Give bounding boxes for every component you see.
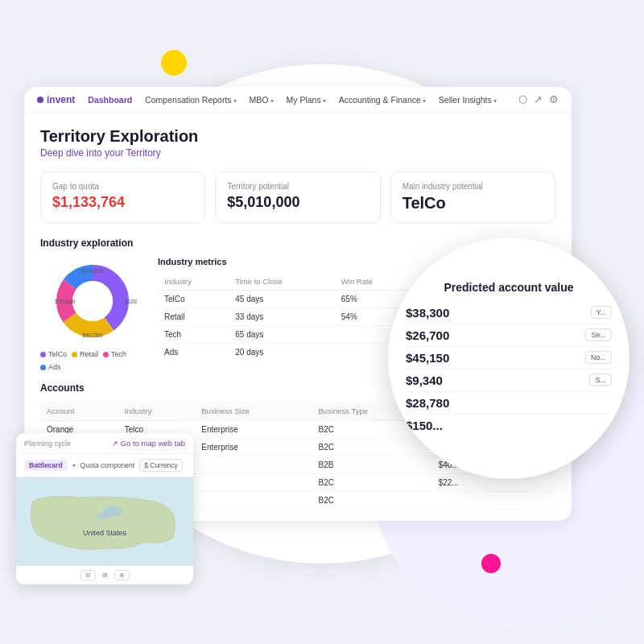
acc-size [195, 492, 312, 510]
metric-industry: Retail [158, 308, 229, 326]
col-winrate: Win Rate [335, 273, 414, 291]
brand-name: invent [47, 94, 75, 105]
nav-compensation[interactable]: Compensation Reports▾ [145, 95, 236, 105]
map-icon: ⊞ [102, 572, 108, 579]
metric-industry: TelCo [158, 291, 229, 308]
acc-type: B2C [312, 474, 432, 492]
svg-text:$80,000: $80,000 [82, 332, 102, 338]
predicted-value: $150... [406, 419, 443, 432]
map-footer: ⊟ ⊞ ⊕ [16, 566, 193, 584]
acc-type: B2C [312, 439, 432, 456]
map-card-header: Planning cycle ↗ Go to map web tab [16, 433, 193, 454]
legend-telco: TelCo [40, 350, 67, 358]
map-body: United States [16, 477, 193, 566]
metric-industry: Ads [158, 344, 229, 361]
planning-cycle-label: Planning cycle [24, 440, 71, 448]
donut-legend: TelCo Retail Tech Ads [40, 350, 145, 371]
kpi-territory-value: $5,010,000 [227, 194, 368, 211]
predicted-row: $28,780 [406, 392, 612, 415]
quota-component-label: Quota component [80, 461, 135, 469]
go-link-text: Go to map web tab [121, 439, 185, 448]
donut-chart: $75,000 $100,000 $80,000 $70,000 [48, 257, 137, 345]
share-icon[interactable]: ⬡ [518, 93, 527, 105]
acc-type: B2B [312, 456, 432, 474]
svg-text:$70,000: $70,000 [55, 299, 75, 304]
predicted-title: Predicted account value [406, 281, 612, 294]
map-card: Planning cycle ↗ Go to map web tab Battl… [16, 433, 193, 584]
predicted-badge: No... [585, 351, 612, 364]
metric-time: 20 days [229, 344, 335, 361]
legend-dot-ads [40, 365, 46, 370]
predicted-value: $28,780 [406, 396, 449, 410]
legend-tech: Tech [103, 350, 126, 358]
predicted-row: $150... [406, 415, 612, 436]
legend-ads: Ads [40, 363, 61, 371]
kpi-gap-to-quota: Gap to quota $1,133,764 [40, 171, 205, 223]
acc-sales [432, 492, 555, 510]
acc-size [195, 474, 312, 492]
predicted-badge: Y... [591, 306, 612, 319]
page-subtitle: Deep dive into your Territory [40, 147, 555, 159]
legend-retail: Retail [72, 350, 98, 358]
page-title: Territory Exploration [40, 127, 555, 146]
map-background: United States [16, 477, 193, 566]
predicted-row: $26,700 Se... [406, 324, 612, 347]
kpi-industry-potential: Main industry potential TelCo [390, 171, 555, 223]
legend-dot-telco [40, 352, 46, 357]
acc-size [195, 456, 312, 474]
kpi-row: Gap to quota $1,133,764 Territory potent… [40, 171, 555, 223]
nav-dashboard[interactable]: Dashboard [88, 95, 132, 105]
export-icon[interactable]: ↗ [534, 93, 543, 105]
predicted-value: $45,150 [406, 351, 449, 365]
metric-industry: Tech [158, 326, 229, 344]
svg-text:$100,000: $100,000 [125, 299, 137, 304]
legend-label-telco: TelCo [48, 350, 67, 358]
metric-time: 45 days [229, 291, 335, 308]
predicted-badge: Se... [585, 328, 612, 341]
currency-select[interactable]: $ Currency [139, 459, 183, 472]
kpi-gap-label: Gap to quota [52, 182, 193, 191]
predicted-value: $38,300 [406, 306, 449, 320]
settings-icon[interactable]: ⚙ [549, 93, 559, 105]
col-industry: Industry [158, 273, 229, 291]
acc-type: B2C [312, 492, 432, 510]
nav-accounting[interactable]: Accounting & Finance▾ [339, 95, 426, 105]
nav-plans[interactable]: My Plans▾ [287, 95, 326, 105]
brand-logo: invent [37, 94, 75, 105]
legend-label-retail: Retail [80, 350, 98, 358]
predicted-row: $38,300 Y... [406, 302, 612, 324]
svg-text:United States: United States [83, 529, 127, 537]
nav-seller[interactable]: Seller Insights▾ [439, 95, 497, 105]
predicted-rows: $38,300 Y... $26,700 Se... $45,150 No...… [406, 302, 612, 436]
nav-mbo[interactable]: MBO▾ [250, 95, 274, 105]
legend-label-ads: Ads [48, 363, 61, 371]
predicted-row: $9,340 S... [406, 369, 612, 392]
acc-col-industry: Industry [118, 402, 196, 421]
legend-dot-tech [103, 352, 109, 357]
predicted-row: $45,150 No... [406, 347, 612, 369]
kpi-territory-potential: Territory potential $5,010,000 [215, 171, 380, 223]
acc-col-size: Business Size [195, 402, 312, 421]
donut-chart-container: $75,000 $100,000 $80,000 $70,000 TelCo R… [40, 257, 145, 371]
kpi-industry-label: Main industry potential [402, 182, 543, 191]
go-to-map-link[interactable]: ↗ Go to map web tab [112, 439, 185, 448]
col-time: Time to Close [229, 273, 335, 291]
battlecard-badge: Battlecard [24, 460, 68, 471]
brand-dot [37, 97, 43, 103]
svg-text:$75,000: $75,000 [82, 268, 102, 274]
svg-point-11 [97, 513, 109, 519]
predicted-value: $9,340 [406, 374, 443, 387]
predicted-value: $26,700 [406, 328, 449, 342]
map-zoom-out[interactable]: ⊟ [80, 570, 96, 580]
map-zoom-in[interactable]: ⊕ [114, 570, 130, 580]
acc-size: Enterprise [195, 421, 312, 439]
decorative-pink-circle [481, 554, 501, 573]
kpi-industry-value: TelCo [402, 194, 543, 213]
kpi-gap-value: $1,133,764 [52, 194, 193, 211]
legend-dot-retail [72, 352, 77, 357]
nav-icons: ⬡ ↗ ⚙ [518, 93, 559, 105]
kpi-territory-label: Territory potential [227, 182, 368, 191]
predicted-value-card: Predicted account value $38,300 Y... $26… [388, 237, 630, 479]
metric-time: 33 days [229, 308, 335, 326]
map-svg: United States [16, 477, 193, 566]
